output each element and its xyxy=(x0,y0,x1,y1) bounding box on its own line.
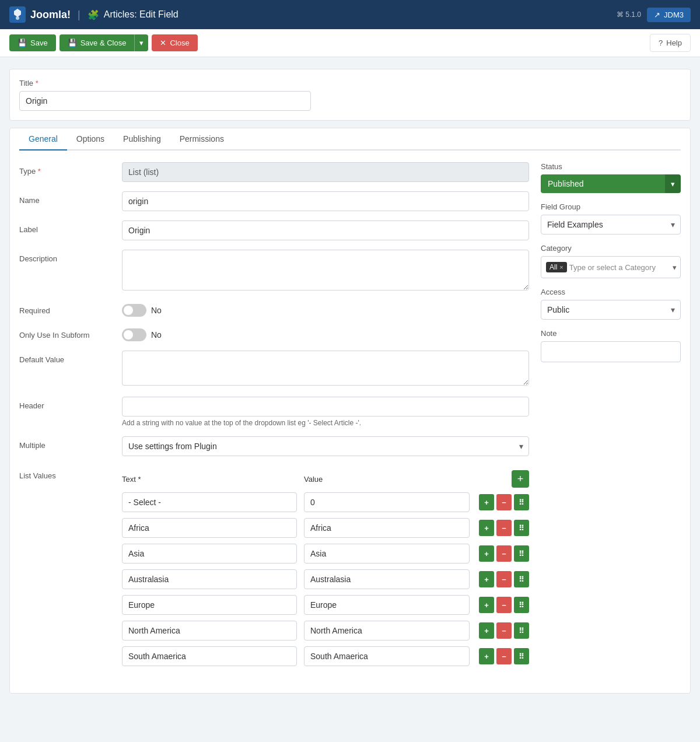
name-input[interactable] xyxy=(122,191,529,211)
list-text-input-0[interactable] xyxy=(122,492,297,512)
required-toggle-wrap: No xyxy=(122,302,529,317)
list-value-input-0[interactable] xyxy=(304,492,470,512)
list-value-input-4[interactable] xyxy=(304,595,470,615)
list-sort-btn-5[interactable]: ⠿ xyxy=(514,622,529,639)
list-add-btn-5[interactable]: + xyxy=(479,622,494,639)
list-sort-btn-1[interactable]: ⠿ xyxy=(514,520,529,536)
field-group-select[interactable]: Field Examples None xyxy=(541,215,681,235)
list-value-input-6[interactable] xyxy=(304,646,470,666)
list-add-btn-0[interactable]: + xyxy=(479,494,494,510)
save-icon: 💾 xyxy=(18,38,27,47)
category-tag-input[interactable]: All × Type or select a Category ▾ xyxy=(541,256,681,278)
list-sort-btn-3[interactable]: ⠿ xyxy=(514,571,529,587)
type-label: Type * xyxy=(19,162,113,176)
list-value-input-1[interactable] xyxy=(304,518,470,538)
toolbar: 💾 Save 💾 Save & Close ▾ ✕ Close ? Help xyxy=(0,29,700,57)
subform-toggle[interactable] xyxy=(122,328,146,341)
list-text-input-3[interactable] xyxy=(122,569,297,589)
header-hint: Add a string with no value at the top of… xyxy=(122,419,529,427)
list-add-btn-6[interactable]: + xyxy=(479,648,494,664)
user-button[interactable]: ↗ JDM3 xyxy=(647,8,691,22)
joomla-logo-text: Joomla! xyxy=(30,9,71,21)
help-icon: ? xyxy=(659,38,663,47)
note-input[interactable] xyxy=(541,341,681,362)
subform-row: Only Use In Subform No xyxy=(19,326,529,341)
label-label: Label xyxy=(19,220,113,234)
description-textarea[interactable] xyxy=(122,250,529,290)
category-tag-text: All xyxy=(550,263,557,271)
description-control xyxy=(122,250,529,292)
type-required: * xyxy=(38,167,41,176)
list-remove-btn-5[interactable]: − xyxy=(496,622,512,639)
category-tag-close-icon[interactable]: × xyxy=(559,264,563,271)
list-add-btn-4[interactable]: + xyxy=(479,597,494,613)
list-row-value-4 xyxy=(304,595,470,615)
multiple-select-wrap: Use settings from Plugin Yes No ▾ xyxy=(122,436,529,456)
list-add-btn-2[interactable]: + xyxy=(479,545,494,562)
title-label: Title * xyxy=(19,79,681,88)
list-remove-btn-4[interactable]: − xyxy=(496,597,512,613)
tab-publishing[interactable]: Publishing xyxy=(114,128,170,150)
tab-general[interactable]: General xyxy=(19,128,67,150)
list-add-btn-1[interactable]: + xyxy=(479,520,494,536)
status-label: Status xyxy=(541,162,681,171)
external-link-icon: ↗ xyxy=(654,10,660,19)
default-value-textarea[interactable] xyxy=(122,351,529,386)
list-row: + − ⠿ xyxy=(122,518,529,538)
list-sort-btn-6[interactable]: ⠿ xyxy=(514,648,529,664)
multiple-select[interactable]: Use settings from Plugin Yes No xyxy=(122,436,529,456)
col-text-header: Text * xyxy=(122,475,297,484)
save-close-dropdown-button[interactable]: ▾ xyxy=(134,34,148,51)
category-dropdown-button[interactable]: ▾ xyxy=(673,263,677,272)
list-sort-btn-2[interactable]: ⠿ xyxy=(514,545,529,562)
list-row: + − ⠿ xyxy=(122,595,529,615)
status-chevron-icon: ▾ xyxy=(671,180,675,188)
type-row: Type * xyxy=(19,162,529,182)
label-input[interactable] xyxy=(122,220,529,240)
top-navigation: Joomla! | 🧩 Articles: Edit Field ⌘ 5.1.0… xyxy=(0,0,700,29)
list-value-input-5[interactable] xyxy=(304,621,470,640)
nav-page-title: Articles: Edit Field xyxy=(104,9,178,20)
list-value-input-2[interactable] xyxy=(304,544,470,564)
add-list-row-button[interactable]: + xyxy=(512,470,529,488)
list-remove-btn-2[interactable]: − xyxy=(496,545,512,562)
form-main: Type * Name Label xyxy=(19,162,529,681)
list-text-input-5[interactable] xyxy=(122,621,297,640)
close-button[interactable]: ✕ Close xyxy=(152,34,197,51)
header-input[interactable] xyxy=(122,397,529,416)
access-select-wrap: Public Guest Registered Special Super Us… xyxy=(541,300,681,320)
list-row-actions-1: + − ⠿ xyxy=(477,520,529,536)
tab-options[interactable]: Options xyxy=(67,128,114,150)
help-button[interactable]: ? Help xyxy=(650,34,691,52)
list-text-input-1[interactable] xyxy=(122,518,297,538)
category-chevron-icon: ▾ xyxy=(673,263,677,272)
close-label: Close xyxy=(170,38,189,47)
list-remove-btn-6[interactable]: − xyxy=(496,648,512,664)
toolbar-left: 💾 Save 💾 Save & Close ▾ ✕ Close xyxy=(9,34,198,51)
list-remove-btn-0[interactable]: − xyxy=(496,494,512,510)
list-row-value-1 xyxy=(304,518,470,538)
status-panel: Status Published ▾ xyxy=(541,162,681,193)
access-select[interactable]: Public Guest Registered Special Super Us… xyxy=(541,300,681,320)
save-button[interactable]: 💾 Save xyxy=(9,34,56,51)
close-x-icon: ✕ xyxy=(160,38,166,47)
required-row: Required No xyxy=(19,302,529,317)
name-label: Name xyxy=(19,191,113,205)
list-sort-btn-0[interactable]: ⠿ xyxy=(514,494,529,510)
list-add-btn-3[interactable]: + xyxy=(479,571,494,587)
list-value-input-3[interactable] xyxy=(304,569,470,589)
list-text-input-4[interactable] xyxy=(122,595,297,615)
list-sort-btn-4[interactable]: ⠿ xyxy=(514,597,529,613)
title-input[interactable] xyxy=(19,91,311,111)
label-control xyxy=(122,220,529,240)
status-dropdown-button[interactable]: ▾ xyxy=(665,174,681,193)
list-remove-btn-1[interactable]: − xyxy=(496,520,512,536)
save-close-icon: 💾 xyxy=(68,38,77,47)
required-toggle[interactable] xyxy=(122,304,146,317)
list-text-input-2[interactable] xyxy=(122,544,297,564)
list-remove-btn-3[interactable]: − xyxy=(496,571,512,587)
title-section: Title * xyxy=(9,69,691,121)
tab-permissions[interactable]: Permissions xyxy=(170,128,233,150)
save-close-button[interactable]: 💾 Save & Close xyxy=(60,34,135,51)
list-text-input-6[interactable] xyxy=(122,646,297,666)
